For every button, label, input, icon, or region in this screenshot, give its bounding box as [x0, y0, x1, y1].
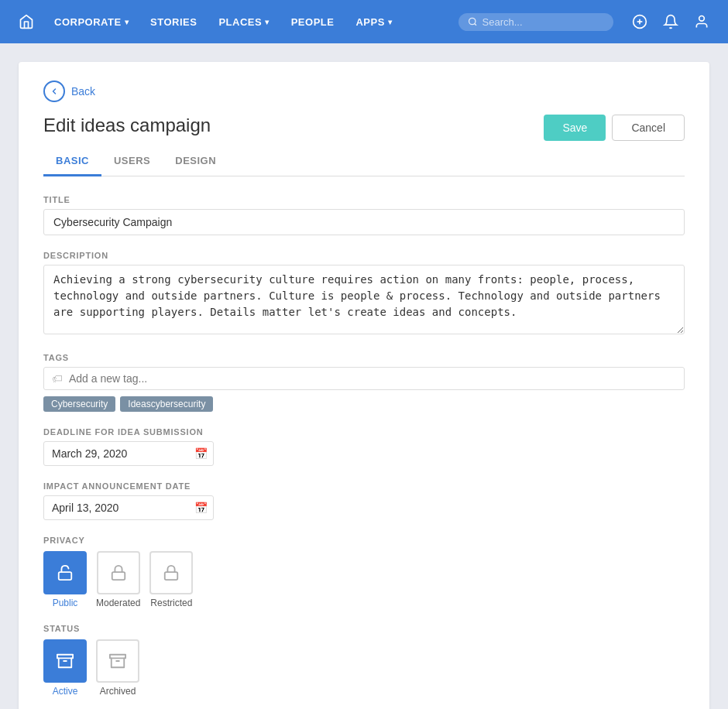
- privacy-options: Public Moderated: [43, 551, 685, 608]
- search-input[interactable]: [482, 16, 604, 28]
- search-icon: [468, 16, 478, 27]
- privacy-restricted[interactable]: Restricted: [149, 551, 193, 608]
- privacy-restricted-box: [149, 551, 193, 594]
- back-label: Back: [71, 85, 95, 98]
- privacy-moderated[interactable]: Moderated: [96, 551, 140, 608]
- bell-icon: [663, 14, 678, 29]
- tags-list: Cybersecurity Ideascybersecurity: [43, 396, 685, 412]
- user-icon: [694, 14, 709, 29]
- svg-rect-8: [165, 572, 178, 580]
- page-title: Edit ideas campaign: [43, 115, 211, 136]
- privacy-public[interactable]: Public: [43, 551, 87, 608]
- tag-ideascybersecurity[interactable]: Ideascybersecurity: [120, 396, 213, 412]
- cancel-button[interactable]: Cancel: [612, 115, 685, 141]
- svg-line-1: [475, 23, 476, 25]
- search-bar[interactable]: [458, 13, 613, 31]
- privacy-restricted-label: Restricted: [150, 598, 192, 608]
- nav-action-icons: [626, 8, 716, 36]
- tab-basic[interactable]: BASIC: [43, 147, 101, 176]
- archive-icon: [109, 652, 126, 670]
- status-archived[interactable]: Archived: [96, 639, 139, 697]
- description-group: DESCRIPTION Achieving a strong cybersecu…: [43, 251, 685, 337]
- lock-icon: [110, 564, 127, 581]
- description-textarea[interactable]: Achieving a strong cybersecurity culture…: [43, 265, 685, 334]
- status-label: STATUS: [43, 624, 685, 633]
- impact-date-wrap: 📅: [43, 495, 214, 520]
- chevron-left-icon: [50, 87, 59, 96]
- box-open-icon: [57, 652, 74, 670]
- nav-people[interactable]: PEOPLE: [283, 0, 342, 43]
- impact-input[interactable]: [43, 495, 214, 520]
- description-label: DESCRIPTION: [43, 251, 685, 260]
- nav-stories[interactable]: STORIES: [143, 0, 204, 43]
- form-basic: TITLE DESCRIPTION Achieving a strong cyb…: [43, 195, 685, 709]
- status-options: Active Archived: [43, 639, 685, 697]
- nav-places[interactable]: PLACES: [211, 0, 276, 43]
- svg-rect-9: [57, 655, 73, 659]
- deadline-group: DEADLINE FOR IDEA SUBMISSION 📅: [43, 427, 685, 466]
- main-content: Back Edit ideas campaign Save Cancel BAS…: [0, 43, 728, 709]
- add-button[interactable]: [626, 8, 654, 36]
- svg-point-5: [699, 16, 705, 22]
- privacy-public-box: [43, 551, 87, 594]
- tab-design[interactable]: DESIGN: [163, 147, 228, 176]
- nav-corporate[interactable]: CORPORATE: [46, 0, 136, 43]
- back-circle-icon: [43, 80, 65, 102]
- tabs-bar: BASIC USERS DESIGN: [43, 147, 685, 176]
- status-group: STATUS Active: [43, 624, 685, 697]
- notifications-button[interactable]: [657, 8, 685, 36]
- tags-label: TAGS: [43, 353, 685, 362]
- privacy-moderated-box: [97, 551, 140, 594]
- page-header: Edit ideas campaign Save Cancel: [43, 115, 685, 141]
- deadline-date-wrap: 📅: [43, 441, 214, 466]
- title-input[interactable]: [43, 209, 685, 235]
- svg-rect-6: [59, 572, 72, 580]
- svg-rect-7: [112, 572, 125, 580]
- nav-apps[interactable]: APPS: [348, 0, 400, 43]
- add-icon: [632, 14, 647, 29]
- tag-input-wrap[interactable]: 🏷: [43, 367, 685, 390]
- status-active-box: [43, 639, 87, 683]
- tag-cybersecurity[interactable]: Cybersecurity: [43, 396, 115, 412]
- lock-closed-icon: [163, 564, 180, 581]
- title-group: TITLE: [43, 195, 685, 235]
- user-profile-button[interactable]: [688, 8, 716, 36]
- navbar: CORPORATE STORIES PLACES PEOPLE APPS: [0, 0, 728, 43]
- deadline-label: DEADLINE FOR IDEA SUBMISSION: [43, 427, 685, 437]
- deadline-input[interactable]: [43, 441, 214, 466]
- save-button[interactable]: Save: [544, 115, 606, 141]
- tab-users[interactable]: USERS: [101, 147, 163, 176]
- status-active[interactable]: Active: [43, 639, 87, 697]
- svg-point-0: [469, 18, 476, 24]
- status-active-label: Active: [53, 686, 78, 697]
- home-button[interactable]: [12, 8, 40, 36]
- back-button[interactable]: Back: [43, 80, 685, 102]
- privacy-label: PRIVACY: [43, 536, 685, 545]
- privacy-moderated-label: Moderated: [96, 598, 140, 608]
- privacy-public-label: Public: [53, 598, 78, 608]
- impact-group: IMPACT ANNOUNCEMENT DATE 📅: [43, 481, 685, 520]
- status-archived-label: Archived: [100, 686, 136, 697]
- edit-card: Back Edit ideas campaign Save Cancel BAS…: [19, 62, 709, 709]
- privacy-group: PRIVACY Public: [43, 536, 685, 608]
- tag-icon: 🏷: [52, 372, 63, 385]
- status-archived-box: [96, 639, 139, 683]
- lock-open-icon: [57, 564, 74, 581]
- title-label: TITLE: [43, 195, 685, 204]
- tags-group: TAGS 🏷 Cybersecurity Ideascybersecurity: [43, 353, 685, 412]
- header-buttons: Save Cancel: [544, 115, 685, 141]
- svg-rect-11: [110, 655, 125, 659]
- tag-input[interactable]: [69, 372, 676, 385]
- impact-label: IMPACT ANNOUNCEMENT DATE: [43, 481, 685, 491]
